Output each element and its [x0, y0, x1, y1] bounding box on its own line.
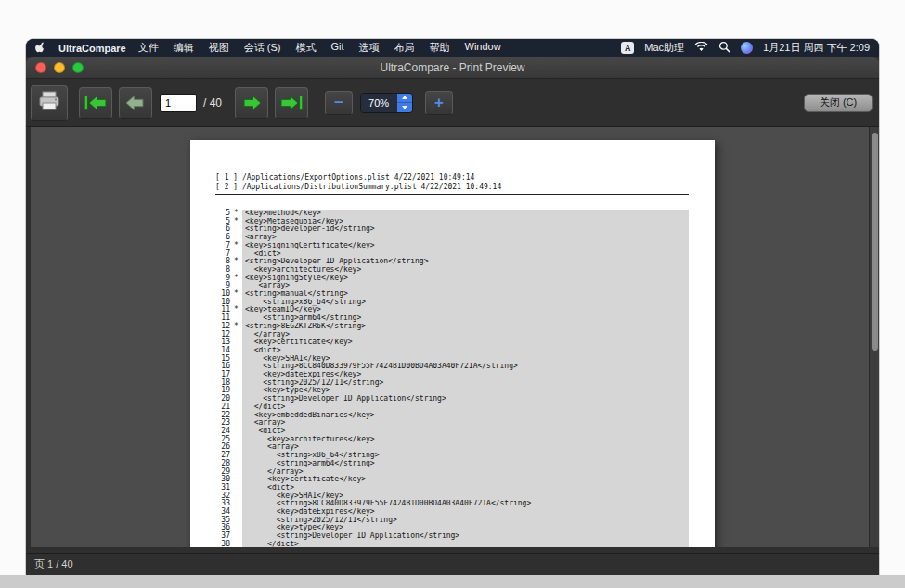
code-lines: 5*<key>method</key>5*<key>Metasequoia</k… — [215, 210, 689, 547]
code-line: 24 <dict> — [215, 428, 689, 436]
first-page-button[interactable] — [79, 87, 112, 119]
window-status-bar: 页 1 / 40 — [26, 553, 879, 575]
code-line: 7 <dict> — [215, 250, 689, 259]
code-line: 37 <string>Developer ID Application</str… — [215, 532, 689, 541]
code-line: 38 </dict> — [215, 541, 689, 547]
code-line: 18 <string>2025/12/11</string> — [215, 379, 689, 388]
code-line: 32 <key>SHA1</key> — [215, 492, 689, 501]
next-page-icon — [239, 94, 264, 112]
zoom-in-plus-icon: + — [434, 95, 444, 110]
window-controls — [35, 62, 84, 73]
zoom-level-select[interactable]: 70% — [360, 93, 413, 113]
last-page-icon — [279, 94, 304, 112]
code-line: 20 <string>Developer ID Application</str… — [215, 395, 689, 403]
menu-item[interactable]: 视图 — [209, 41, 229, 55]
window-close-button[interactable] — [35, 62, 46, 73]
code-line: 21 </dict> — [215, 403, 689, 412]
input-source-badge[interactable]: A — [621, 42, 634, 54]
code-line: 19 <key>type</key> — [215, 387, 689, 395]
file-header-line: [ 1 ] /Applications/ExportOptions.plist … — [215, 173, 689, 183]
code-line: 11 <string>arm64</string> — [215, 314, 689, 323]
preview-scrollbar[interactable] — [869, 127, 879, 547]
page-status-label: 页 1 / 40 — [34, 557, 73, 571]
print-button[interactable] — [31, 85, 68, 121]
page-content: [ 1 ] /Applications/ExportOptions.plist … — [190, 140, 715, 547]
wifi-icon[interactable] — [694, 42, 708, 54]
assistant-status-label[interactable]: Mac助理 — [644, 41, 684, 55]
code-line: 13 <key>certificate</key> — [215, 339, 689, 347]
menu-item[interactable]: Window — [465, 41, 501, 55]
code-line: 23 <array> — [215, 419, 689, 428]
code-line: 28 <string>arm64</string> — [215, 460, 689, 468]
siri-icon[interactable] — [741, 42, 753, 54]
window-title-bar: UltraCompare - Print Preview — [26, 57, 879, 79]
menu-item[interactable]: 模式 — [295, 41, 316, 55]
menu-item[interactable]: 布局 — [394, 41, 415, 55]
code-line: 12*<string>8EGZKTZR6K</string> — [215, 323, 689, 331]
zoom-out-minus-icon: − — [334, 95, 343, 110]
menu-bar: UltraCompare 文件编辑视图会话 (S)模式Git选项布局帮助Wind… — [26, 39, 879, 57]
stepper-up-icon[interactable] — [397, 94, 412, 104]
code-line: 29 </array> — [215, 468, 689, 477]
window-minimize-button[interactable] — [54, 62, 65, 73]
menu-item[interactable]: Git — [330, 41, 343, 55]
code-line: 36 <key>type</key> — [215, 524, 689, 532]
menu-bar-clock[interactable]: 1月21日 周四 下午 2:09 — [763, 41, 870, 55]
print-preview-toolbar: / 40 − 70% + 关闭 (C) — [26, 79, 879, 127]
menu-items: 文件编辑视图会话 (S)模式Git选项布局帮助Window — [138, 41, 501, 55]
window-zoom-button[interactable] — [72, 62, 84, 73]
code-line: 30 <key>certificate</key> — [215, 476, 689, 484]
page-number-input[interactable] — [160, 94, 197, 112]
menu-item[interactable]: 文件 — [138, 41, 159, 55]
code-line: 9*<key>signingStyle</key> — [215, 275, 689, 283]
code-line: 8*<string>Developer ID Application</stri… — [215, 258, 689, 266]
zoom-stepper[interactable] — [397, 94, 412, 112]
code-line: 16 <string>8CC840D833979F55F7424B1D00BD4… — [215, 363, 689, 371]
file-header-line: [ 2 ] /Applications/DistributionSummary.… — [215, 183, 689, 192]
zoom-out-button[interactable]: − — [325, 91, 353, 115]
window-title: UltraCompare - Print Preview — [380, 61, 524, 74]
print-preview-page: [ 1 ] /Applications/ExportOptions.plist … — [190, 140, 715, 547]
menu-item[interactable]: 帮助 — [430, 41, 450, 55]
close-preview-button[interactable]: 关闭 (C) — [804, 94, 873, 112]
desktop-bottom-edge — [0, 575, 905, 588]
page-total-label: / 40 — [203, 96, 222, 109]
menu-item[interactable]: 编辑 — [174, 41, 194, 55]
previous-page-button[interactable] — [119, 87, 152, 119]
printer-icon — [38, 91, 60, 115]
next-page-button[interactable] — [235, 87, 268, 119]
menu-bar-status-area: A Mac助理 1月21日 周四 下午 2:09 — [621, 41, 870, 55]
stepper-down-icon[interactable] — [397, 103, 412, 112]
apple-menu-icon[interactable] — [35, 41, 46, 56]
first-page-icon — [84, 94, 108, 112]
header-divider — [215, 194, 689, 195]
scrollbar-thumb[interactable] — [872, 133, 878, 351]
code-line: 6<string>developer-id</string> — [215, 225, 689, 234]
code-line: 11*<key>teamID</key> — [215, 306, 689, 314]
menu-app-name[interactable]: UltraCompare — [58, 43, 126, 54]
preview-area: [ 1 ] /Applications/ExportOptions.plist … — [26, 127, 879, 553]
menu-item[interactable]: 选项 — [359, 41, 380, 55]
code-line: 7*<key>signingCertificate</key> — [215, 242, 689, 250]
desktop: UltraCompare 文件编辑视图会话 (S)模式Git选项布局帮助Wind… — [26, 39, 879, 575]
code-line: 31 <dict> — [215, 484, 689, 492]
code-line: 10*<string>manual</string> — [215, 290, 689, 299]
code-line: 10 <string>x86_64</string> — [215, 299, 689, 307]
spotlight-search-icon[interactable] — [718, 41, 730, 55]
code-line: 34 <key>dateExpires</key> — [215, 508, 689, 517]
zoom-level-value: 70% — [361, 94, 397, 112]
previous-page-icon — [123, 94, 148, 112]
code-line: 8 <key>architectures</key> — [215, 266, 689, 275]
code-line: 22 <key>embeddedBinaries</key> — [215, 412, 689, 420]
code-line: 9 <array> — [215, 282, 689, 290]
menu-item[interactable]: 会话 (S) — [244, 41, 281, 55]
last-page-button[interactable] — [275, 87, 308, 119]
zoom-in-button[interactable]: + — [425, 91, 453, 115]
code-line: 26 <array> — [215, 443, 689, 452]
code-line: 27 <string>x86_64</string> — [215, 452, 689, 460]
code-line: 17 <key>dateExpires</key> — [215, 371, 689, 379]
code-line: 33 <string>8CC840D833979F55F7424B1D00BD4… — [215, 500, 689, 508]
code-line: 35 <string>2025/12/11</string> — [215, 517, 689, 525]
code-line: 25 <key>architectures</key> — [215, 436, 689, 444]
code-line: 12 </array> — [215, 331, 689, 339]
